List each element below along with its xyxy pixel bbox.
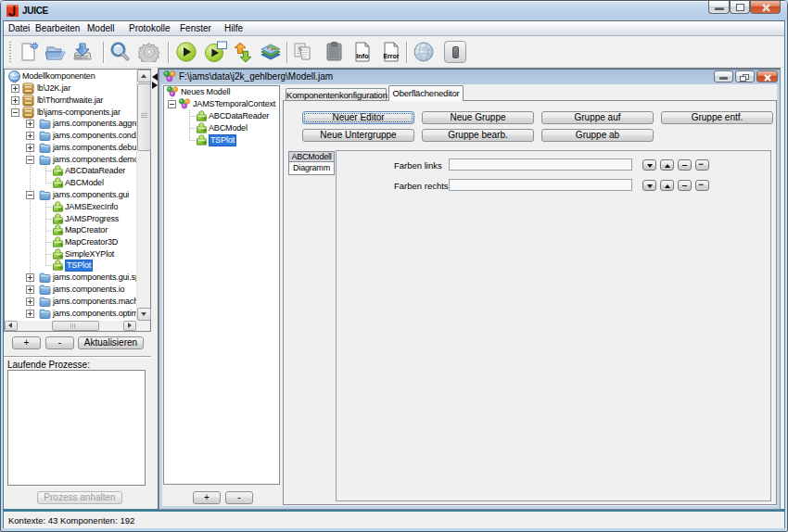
svg-text:Info: Info: [356, 52, 369, 60]
svg-text:Error: Error: [383, 53, 399, 59]
